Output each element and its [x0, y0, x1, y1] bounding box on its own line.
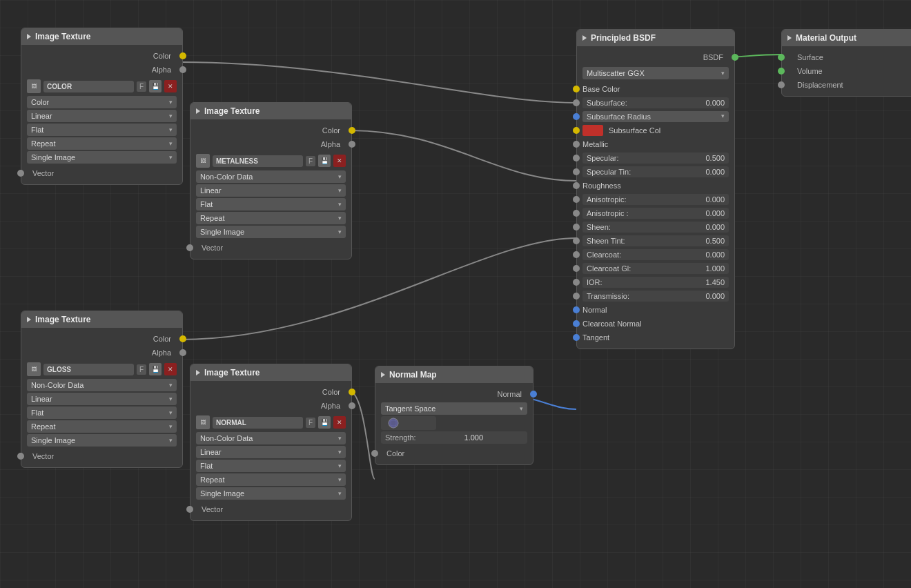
- socket-anisotropic-rot-in[interactable]: [573, 210, 580, 217]
- socket-subsurface-col-in[interactable]: [573, 127, 580, 134]
- dropdown-noncolor-3[interactable]: Non-Color Data▾: [27, 379, 177, 391]
- node-header-3: Image Texture: [21, 311, 182, 328]
- socket-alpha-out-1[interactable]: [179, 66, 186, 73]
- delete-icon-2[interactable]: ✕: [333, 155, 346, 167]
- collapse-icon-normalmap[interactable]: [381, 372, 385, 378]
- img-thumb-2[interactable]: 🖼: [196, 154, 210, 168]
- save-icon-4[interactable]: 💾: [318, 416, 331, 429]
- dropdown-flat-2[interactable]: Flat▾: [196, 198, 346, 210]
- collapse-icon-matout[interactable]: [787, 35, 792, 41]
- socket-volume-in[interactable]: [778, 68, 785, 75]
- dropdown-singleimage-1[interactable]: Single Image▾: [27, 151, 177, 164]
- collapse-icon-4[interactable]: [196, 370, 200, 375]
- dropdown-bsdf-type[interactable]: Multiscatter GGX ▾: [582, 67, 729, 79]
- img-name-4[interactable]: NORMAL: [213, 417, 303, 429]
- dropdown-color-1[interactable]: Color▾: [27, 96, 177, 108]
- output-color-2: Color: [190, 124, 351, 137]
- node-title-bsdf: Principled BSDF: [591, 33, 656, 43]
- node-body-normalmap: Normal Tangent Space ▾ Strength: 1.000 C…: [375, 383, 533, 464]
- socket-vector-in-4[interactable]: [186, 506, 193, 513]
- dropdown-flat-3[interactable]: Flat▾: [27, 406, 177, 419]
- image-texture-node-3: Image Texture Color Alpha 🖼 GLOSS F 💾 ✕ …: [21, 311, 183, 468]
- node-header-4: Image Texture: [190, 364, 351, 381]
- dropdown-repeat-3[interactable]: Repeat▾: [27, 420, 177, 433]
- bsdf-input-subsurface: Subsurface:0.000: [577, 96, 734, 110]
- socket-clearcoat-gloss-in[interactable]: [573, 265, 580, 272]
- socket-color-in-normalmap[interactable]: [371, 450, 378, 457]
- dropdown-repeat-2[interactable]: Repeat▾: [196, 212, 346, 224]
- dropdown-repeat-4[interactable]: Repeat▾: [196, 473, 346, 486]
- dropdown-tangentspace[interactable]: Tangent Space ▾: [381, 402, 527, 415]
- collapse-icon-bsdf[interactable]: [582, 35, 587, 41]
- dropdown-linear-2[interactable]: Linear▾: [196, 184, 346, 197]
- socket-roughness-in[interactable]: [573, 182, 580, 189]
- dropdown-singleimage-2[interactable]: Single Image▾: [196, 226, 346, 238]
- socket-bsdf-out[interactable]: [732, 54, 738, 61]
- socket-ior-in[interactable]: [573, 279, 580, 286]
- input-vector-3: Vector: [21, 449, 182, 463]
- socket-surface-in[interactable]: [778, 54, 785, 61]
- socket-specular-tint-in[interactable]: [573, 168, 580, 175]
- dropdown-flat-4[interactable]: Flat▾: [196, 460, 346, 472]
- socket-metallic-in[interactable]: [573, 141, 580, 148]
- bsdf-input-specular: Specular:0.500: [577, 151, 734, 165]
- node-title-normalmap: Normal Map: [389, 370, 437, 380]
- dropdown-noncolor-2[interactable]: Non-Color Data▾: [196, 170, 346, 183]
- socket-vector-in-2[interactable]: [186, 244, 193, 251]
- img-thumb-1[interactable]: 🖼: [27, 79, 41, 93]
- socket-vector-in-3[interactable]: [17, 453, 24, 460]
- collapse-icon-3[interactable]: [27, 317, 31, 322]
- save-icon-2[interactable]: 💾: [318, 155, 331, 167]
- socket-specular-in[interactable]: [573, 155, 580, 161]
- socket-alpha-out-3[interactable]: [179, 349, 186, 356]
- delete-icon-3[interactable]: ✕: [164, 363, 177, 375]
- image-selector-3: 🖼 GLOSS F 💾 ✕: [27, 362, 177, 376]
- node-title-matout: Material Output: [796, 33, 856, 43]
- socket-normal-out[interactable]: [530, 391, 537, 398]
- dropdown-singleimage-4[interactable]: Single Image▾: [196, 487, 346, 500]
- dropdown-repeat-1[interactable]: Repeat▾: [27, 137, 177, 150]
- principled-bsdf-node: Principled BSDF BSDF Multiscatter GGX ▾ …: [576, 29, 735, 349]
- socket-tangent-in[interactable]: [573, 334, 580, 341]
- socket-color-out-3[interactable]: [179, 335, 186, 342]
- socket-anisotropic-in[interactable]: [573, 196, 580, 203]
- socket-alpha-out-4[interactable]: [349, 402, 355, 409]
- socket-color-out-4[interactable]: [349, 389, 355, 395]
- img-name-1[interactable]: COLOR: [43, 81, 134, 92]
- collapse-icon-2[interactable]: [196, 108, 200, 114]
- socket-alpha-out-2[interactable]: [349, 141, 355, 148]
- socket-clearcoat-normal-in[interactable]: [573, 320, 580, 327]
- socket-transmission-in[interactable]: [573, 293, 580, 300]
- dropdown-linear-3[interactable]: Linear▾: [27, 393, 177, 405]
- dropdown-linear-1[interactable]: Linear▾: [27, 110, 177, 122]
- socket-basecolor-in[interactable]: [573, 86, 580, 92]
- socket-displacement-in[interactable]: [778, 81, 785, 88]
- dropdown-flat-1[interactable]: Flat▾: [27, 124, 177, 136]
- dropdown-noncolor-4[interactable]: Non-Color Data▾: [196, 432, 346, 444]
- socket-sheen-in[interactable]: [573, 224, 580, 231]
- img-thumb-3[interactable]: 🖼: [27, 362, 41, 376]
- save-icon-1[interactable]: 💾: [149, 80, 161, 92]
- img-thumb-4[interactable]: 🖼: [196, 415, 210, 429]
- output-color-1: Color: [21, 49, 182, 63]
- dropdown-singleimage-3[interactable]: Single Image▾: [27, 434, 177, 447]
- socket-normal-in[interactable]: [573, 306, 580, 313]
- socket-color-out-1[interactable]: [179, 52, 186, 59]
- socket-vector-in-1[interactable]: [17, 170, 24, 177]
- socket-color-out-2[interactable]: [349, 127, 355, 134]
- socket-subsurface-radius-in[interactable]: [573, 113, 580, 120]
- img-name-2[interactable]: METALNESS: [213, 155, 303, 167]
- socket-subsurface-in[interactable]: [573, 99, 580, 106]
- strength-field[interactable]: Strength: 1.000: [381, 431, 527, 444]
- delete-icon-1[interactable]: ✕: [164, 80, 177, 92]
- img-name-3[interactable]: GLOSS: [43, 364, 134, 375]
- collapse-icon-1[interactable]: [27, 34, 31, 39]
- node-header-2: Image Texture: [190, 103, 351, 119]
- socket-sheen-tint-in[interactable]: [573, 237, 580, 244]
- node-header-1: Image Texture: [21, 28, 182, 45]
- dropdown-linear-4[interactable]: Linear▾: [196, 446, 346, 458]
- socket-clearcoat-in[interactable]: [573, 251, 580, 258]
- subsurface-color-swatch[interactable]: [582, 125, 603, 136]
- save-icon-3[interactable]: 💾: [149, 363, 161, 375]
- delete-icon-4[interactable]: ✕: [333, 416, 346, 429]
